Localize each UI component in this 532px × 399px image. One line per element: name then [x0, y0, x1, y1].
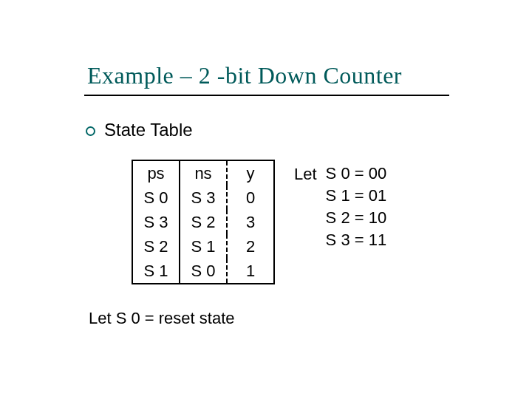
table-row: S 3 S 2 3	[132, 210, 274, 234]
cell-ps: S 2	[132, 234, 180, 259]
table-header-row: ps ns y	[132, 160, 274, 185]
encoding-let-block: Let S 0 = 00 S 1 = 01 S 2 = 10 S 3 = 11	[294, 163, 386, 251]
encoding-line: S 0 = 00	[326, 163, 387, 185]
slide: Example – 2 -bit Down Counter State Tabl…	[0, 0, 532, 399]
bullet-state-table: State Table	[86, 120, 193, 140]
cell-ps: S 1	[132, 259, 180, 284]
title-underline	[84, 95, 449, 96]
encoding-line: S 1 = 01	[326, 185, 387, 207]
cell-ps: S 0	[132, 185, 180, 210]
header-ps: ps	[132, 160, 180, 185]
cell-ns: S 1	[180, 234, 227, 259]
state-table: ps ns y S 0 S 3 0 S 3 S 2 3 S 2 S 1 2 S …	[132, 160, 275, 284]
bullet-ring-icon	[86, 126, 95, 136]
cell-y: 2	[227, 234, 274, 259]
cell-ns: S 0	[180, 259, 227, 284]
let-word: Let	[294, 163, 317, 251]
encoding-line: S 3 = 11	[326, 229, 387, 251]
cell-ps: S 3	[132, 210, 180, 234]
header-y: y	[227, 160, 274, 185]
bullet-text: State Table	[104, 120, 193, 140]
table-row: S 1 S 0 1	[132, 259, 274, 284]
table-row: S 0 S 3 0	[132, 185, 274, 210]
cell-y: 1	[227, 259, 274, 284]
reset-state-note: Let S 0 = reset state	[89, 309, 235, 328]
table-row: S 2 S 1 2	[132, 234, 274, 259]
cell-y: 3	[227, 210, 274, 234]
cell-y: 0	[227, 185, 274, 210]
cell-ns: S 3	[180, 185, 227, 210]
encoding-list: S 0 = 00 S 1 = 01 S 2 = 10 S 3 = 11	[326, 163, 387, 251]
encoding-line: S 2 = 10	[326, 207, 387, 229]
slide-title: Example – 2 -bit Down Counter	[87, 62, 402, 89]
cell-ns: S 2	[180, 210, 227, 234]
header-ns: ns	[180, 160, 227, 185]
